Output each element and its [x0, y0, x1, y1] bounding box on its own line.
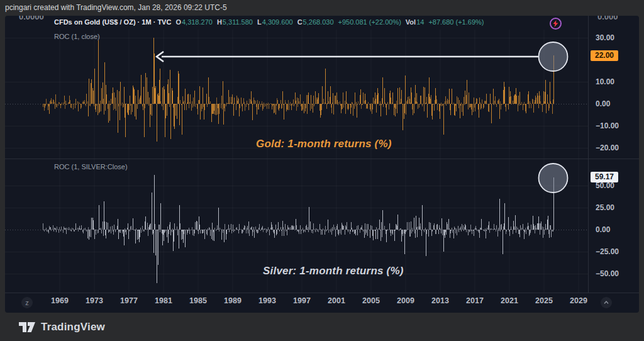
silver-highlight-circle [539, 164, 568, 193]
left-price-scale-value: 0.0000 [19, 16, 44, 21]
gold-indicator-label[interactable]: ROC (1, close) [54, 33, 100, 40]
tradingview-logo-icon[interactable] [19, 321, 35, 333]
gold-roc-bars [43, 38, 554, 142]
flash-mode-icon[interactable] [550, 18, 562, 30]
volume-period: 14 [416, 18, 424, 26]
time-axis[interactable] [5, 293, 639, 313]
page: { "watermark": { "text": "pcingari creat… [0, 0, 644, 341]
symbol-title[interactable]: CFDs on Gold (US$ / OZ) · 1M · TVC [54, 18, 171, 26]
tradingview-brand-text[interactable]: TradingView [41, 321, 105, 333]
watermark-text: pcingari created with TradingView.com, J… [5, 3, 227, 12]
low-value: 4,309.600 [262, 18, 293, 26]
low-label: L [257, 18, 262, 26]
silver-last-value-badge: 59.17 [591, 172, 618, 182]
change-value: +950.081 (+22.00%) [338, 18, 401, 26]
open-label: O [175, 18, 181, 26]
gold-last-value-badge: 22.00 [591, 50, 618, 61]
high-label: H [217, 18, 222, 26]
open-value: 4,318.270 [182, 18, 213, 26]
silver-annotation-text: Silver: 1-month returns (%) [263, 265, 404, 277]
chart-card: CFDs on Gold (US$ / OZ) · 1M · TVCO4,318… [5, 16, 639, 313]
high-value: 5,311.580 [223, 18, 253, 26]
silver-indicator-label[interactable]: ROC (1, SILVER:Close) [54, 163, 128, 170]
volume-change: +87.680 (+1.69%) [428, 18, 484, 26]
gold-annotation-text: Gold: 1-month returns (%) [256, 138, 392, 150]
close-value: 5,268.030 [303, 18, 334, 26]
volume-label: Vol [406, 18, 416, 26]
footer-bar: TradingView [0, 313, 644, 341]
close-label: C [297, 18, 303, 26]
gold-highlight-circle [539, 42, 568, 71]
lightning-bolt-icon [553, 20, 558, 27]
symbol-header: CFDs on Gold (US$ / OZ) · 1M · TVCO4,318… [54, 18, 484, 26]
